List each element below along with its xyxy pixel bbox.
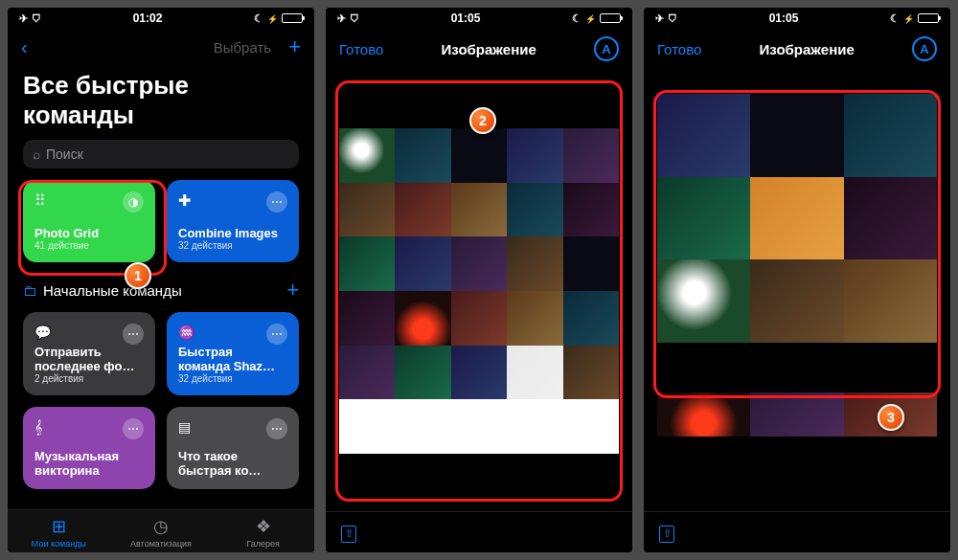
- card-title: Photo Grid: [34, 226, 144, 240]
- toolbar: [644, 511, 950, 552]
- toolbar: [326, 511, 632, 552]
- tab-icon: ❖: [212, 516, 314, 537]
- dnd-icon: [254, 11, 263, 25]
- charging-icon: [267, 11, 278, 25]
- add-button[interactable]: +: [288, 34, 301, 59]
- battery-icon: [282, 13, 303, 23]
- shortcut-card-what-is[interactable]: ⋯ Что такое быстрая ко…: [167, 407, 299, 489]
- share-button[interactable]: [341, 522, 356, 541]
- status-time: 01:05: [769, 11, 799, 25]
- section-label: Начальные команды: [43, 282, 182, 299]
- screen-shortcuts: 01:02 ‹ Выбрать + Все быстрые команды По…: [8, 8, 314, 552]
- done-button[interactable]: Готово: [657, 41, 701, 57]
- status-bar: 01:02: [8, 8, 314, 27]
- back-button[interactable]: ‹: [21, 37, 28, 56]
- tab-icon: ◷: [110, 516, 213, 537]
- image-preview-area[interactable]: [339, 84, 619, 498]
- search-icon: [33, 146, 40, 162]
- tab-bar: ⊞ Мои команды ◷ Автоматизация ❖ Галерея: [8, 509, 314, 552]
- chat-icon: [34, 324, 51, 345]
- status-bar: 01:05: [644, 8, 950, 27]
- share-button[interactable]: [659, 522, 674, 541]
- card-title: Combine Images: [178, 226, 287, 240]
- dnd-icon: [572, 11, 582, 25]
- doc-icon: [178, 418, 191, 439]
- done-button[interactable]: Готово: [339, 41, 383, 57]
- dnd-icon: [890, 11, 900, 25]
- status-time: 01:05: [451, 11, 481, 25]
- status-bar: 01:05: [326, 8, 632, 27]
- card-more-icon[interactable]: ⋯: [266, 191, 287, 213]
- section-header-starter: Начальные команды +: [8, 274, 314, 312]
- grid-icon: ⠿: [34, 191, 46, 213]
- card-more-icon[interactable]: ⋯: [123, 324, 144, 345]
- card-more-icon[interactable]: ⋯: [123, 418, 144, 439]
- airplane-icon: [19, 11, 28, 25]
- card-title: Быстрая команда Shaz…: [178, 345, 287, 373]
- tab-gallery[interactable]: ❖ Галерея: [212, 516, 314, 549]
- battery-icon: [600, 13, 621, 23]
- marker-button[interactable]: A: [594, 36, 619, 61]
- viewer-header: Готово Изображение A: [326, 27, 632, 71]
- screen-image-grid-3x3: 01:05 Готово Изображение A 3: [644, 8, 950, 552]
- viewer-title: Изображение: [442, 41, 536, 57]
- marker-button[interactable]: A: [912, 36, 937, 61]
- select-button[interactable]: Выбрать: [214, 39, 271, 56]
- image-preview-area[interactable]: [657, 84, 937, 498]
- battery-icon: [918, 13, 939, 23]
- wave-icon: [178, 324, 194, 345]
- tab-label: Галерея: [246, 539, 280, 549]
- shortcut-card-photo-grid[interactable]: ⠿ ◑ Photo Grid 41 действие: [23, 180, 155, 262]
- card-sub: 41 действие: [34, 240, 144, 251]
- card-sub: 32 действия: [178, 373, 287, 384]
- card-more-icon[interactable]: ◑: [123, 191, 144, 213]
- charging-icon: [903, 11, 914, 25]
- shortcut-card-send-last-photo[interactable]: ⋯ Отправить последнее фо… 2 действия: [23, 312, 155, 395]
- shortcut-card-shazam[interactable]: ⋯ Быстрая команда Shaz… 32 действия: [167, 312, 299, 395]
- nav-bar: ‹ Выбрать +: [8, 27, 314, 67]
- card-title: Отправить последнее фо…: [34, 345, 144, 373]
- card-title: Музыкальная викторина: [34, 449, 144, 478]
- viewer-header: Готово Изображение A: [644, 27, 950, 71]
- photo-grid-collage: [657, 94, 937, 343]
- charging-icon: [585, 11, 596, 25]
- shortcut-card-music-quiz[interactable]: ⋯ Музыкальная викторина: [23, 407, 155, 489]
- wifi-icon: [32, 11, 41, 25]
- search-input[interactable]: Поиск: [23, 140, 299, 168]
- airplane-icon: [655, 11, 664, 25]
- tab-label: Автоматизация: [130, 539, 192, 549]
- viewer-title: Изображение: [760, 41, 855, 57]
- status-time: 01:02: [133, 11, 163, 25]
- music-icon: [34, 418, 42, 439]
- step-badge-2: 2: [469, 107, 496, 134]
- screen-image-grid-5x6: 01:05 Готово Изображение A 2: [326, 8, 632, 552]
- tab-my-shortcuts[interactable]: ⊞ Мои команды: [8, 516, 110, 549]
- search-placeholder: Поиск: [46, 146, 83, 162]
- photo-grid-collage: [339, 128, 619, 454]
- card-more-icon[interactable]: ⋯: [266, 324, 287, 345]
- card-more-icon[interactable]: ⋯: [266, 418, 287, 439]
- section-add-button[interactable]: +: [286, 278, 299, 302]
- wifi-icon: [350, 11, 359, 25]
- step-badge-3: 3: [878, 404, 904, 431]
- tab-label: Мои команды: [32, 539, 86, 549]
- tab-automation[interactable]: ◷ Автоматизация: [110, 516, 213, 549]
- step-badge-1: 1: [125, 262, 151, 289]
- tab-icon: ⊞: [8, 516, 110, 537]
- card-sub: 32 действия: [178, 240, 287, 251]
- card-sub: 2 действия: [34, 373, 144, 384]
- card-title: Что такое быстрая ко…: [178, 449, 287, 478]
- wifi-icon: [668, 11, 677, 25]
- shortcut-card-combine-images[interactable]: ✚ ⋯ Combine Images 32 действия: [167, 180, 299, 262]
- puzzle-icon: ✚: [178, 191, 191, 213]
- airplane-icon: [337, 11, 346, 25]
- page-title: Все быстрые команды: [8, 67, 314, 140]
- folder-icon: [23, 282, 43, 299]
